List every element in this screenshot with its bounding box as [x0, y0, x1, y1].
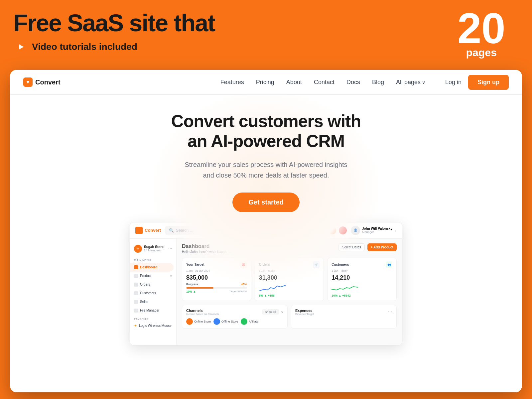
hero-content: Convert customers with an AI-powered CRM…: [171, 111, 361, 212]
store-members: 24 Members: [144, 249, 164, 252]
stat-customers-icon: 👥: [386, 261, 392, 268]
channel-items: Online Store Offline Store Affiliate: [186, 318, 283, 325]
add-product-button[interactable]: + Add Product: [367, 243, 397, 251]
pages-badge: 20 pages: [457, 7, 505, 59]
nav-contact[interactable]: Contact: [314, 79, 334, 86]
store-more-icon[interactable]: ⋯: [168, 246, 172, 251]
login-button[interactable]: Log in: [445, 79, 462, 86]
sidebar-item-customers[interactable]: Customers: [130, 289, 176, 298]
stat-progress-bar-container: [186, 287, 247, 289]
customers-sparkline: [332, 283, 358, 293]
dash-logo-text: Convert: [145, 228, 161, 233]
nav-actions: Log in Sign up: [445, 75, 509, 90]
affiliate-label: Affiliate: [249, 320, 258, 323]
nav-about[interactable]: About: [286, 79, 302, 86]
stat-customers-date: 1 Jan - Today: [332, 269, 392, 272]
stat-customers-value: 14,210: [332, 274, 392, 281]
channels-sub: Income Based on Channels: [186, 313, 219, 316]
star-icon: ★: [134, 324, 137, 328]
stat-customers-change: 10% ▲ +5142: [332, 294, 350, 297]
channel-affiliate: Affiliate: [241, 318, 258, 325]
sidebar-item-dashboard[interactable]: Dashboard: [130, 263, 174, 272]
expenses-card: Expenses Revenue Target ⋯: [291, 305, 397, 329]
stat-progress-fill: [186, 287, 213, 289]
channels-card: Channels Income Based on Channels Show A…: [182, 305, 288, 329]
dashboard-icon: [134, 265, 138, 269]
online-store-dot: [186, 318, 193, 325]
banner-headline-accent: Converts: [221, 10, 319, 36]
pages-number: 20: [457, 7, 505, 50]
product-chevron-icon: ∨: [170, 274, 172, 278]
stat-orders-change: 5% ▲ +156: [259, 294, 275, 297]
hero-title-line1: Convert customers with: [171, 111, 361, 131]
dash-logo-icon: [135, 227, 143, 234]
customers-icon: [134, 291, 138, 295]
user-chevron-icon: ∨: [394, 228, 397, 232]
dash-store: S Sugab Store 24 Members ⋯: [130, 242, 176, 255]
nav-docs[interactable]: Docs: [346, 79, 360, 86]
get-started-button[interactable]: Get started: [232, 193, 300, 212]
banner-subtitle-text: Video tutorials included: [32, 42, 137, 52]
dash-logo: Convert: [135, 227, 161, 234]
youtube-icon: [13, 42, 28, 52]
sidebar-item-file-manager[interactable]: File Manager: [130, 306, 176, 315]
product-icon: [134, 274, 138, 278]
stat-target-change: 10% ▲: [186, 290, 196, 293]
logo-icon: ▼: [23, 77, 33, 87]
sidebar-item-orders[interactable]: Orders: [130, 280, 176, 289]
orders-icon: [134, 283, 138, 287]
affiliate-dot: [241, 318, 247, 325]
signup-button[interactable]: Sign up: [468, 75, 509, 90]
expenses-more-icon[interactable]: ⋯: [388, 309, 392, 315]
banner-subtitle: Video tutorials included: [13, 42, 319, 52]
menu-label: MAIN MENU: [130, 257, 176, 263]
store-avatar: S: [134, 245, 142, 253]
expenses-title: Expenses: [295, 309, 314, 313]
offline-store-label: Offline Store: [221, 320, 238, 323]
banner-headline-prefix: Free SaaS site that: [13, 10, 221, 36]
bottom-grid: Channels Income Based on Channels Show A…: [182, 305, 397, 329]
channels-dropdown-icon: ∨: [281, 310, 283, 314]
banner-content: Free SaaS site that Converts Video tutor…: [13, 10, 319, 52]
top-banner: Free SaaS site that Converts Video tutor…: [0, 0, 532, 71]
favorite-item-label: Logic Wireless Mouse: [139, 324, 172, 328]
hero-title-line2: an AI-powered CRM: [188, 131, 344, 151]
nav-all-pages[interactable]: All pages: [396, 79, 425, 86]
nav-links: Features Pricing About Contact Docs Blog…: [220, 79, 425, 86]
stat-progress-label: Progress: [186, 283, 198, 286]
nav-blog[interactable]: Blog: [372, 79, 384, 86]
hero-section: Convert customers with an AI-powered CRM…: [10, 95, 522, 355]
stat-target-goal: Target $75,000: [229, 290, 247, 293]
banner-headline: Free SaaS site that Converts: [13, 10, 319, 36]
nav-logo: ▼ Convert: [23, 77, 61, 87]
hero-title: Convert customers with an AI-powered CRM: [171, 111, 361, 151]
nav-pricing[interactable]: Pricing: [256, 79, 274, 86]
file-manager-icon: [134, 309, 138, 313]
favorite-label: FAVORITE: [130, 315, 176, 322]
nav-features[interactable]: Features: [220, 79, 244, 86]
sidebar-item-seller[interactable]: Seller: [130, 298, 176, 306]
expenses-sub: Revenue Target: [295, 313, 314, 316]
sidebar-item-product[interactable]: Product ∨: [130, 272, 176, 280]
seller-icon: [134, 300, 138, 304]
show-all-button[interactable]: Show All: [262, 309, 279, 315]
logo-text: Convert: [35, 78, 61, 86]
offline-store-dot: [213, 318, 220, 325]
channel-online: Online Store: [186, 318, 211, 325]
website-card: ▼ Convert Features Pricing About Contact…: [10, 70, 522, 392]
online-store-label: Online Store: [194, 320, 211, 323]
channels-title: Channels: [186, 309, 219, 313]
dash-sidebar: S Sugab Store 24 Members ⋯ MAIN MENU Das…: [130, 239, 177, 345]
hero-subtitle: Streamline your sales process with AI-po…: [183, 159, 349, 181]
favorite-item-1[interactable]: ★ Logic Wireless Mouse: [130, 322, 176, 330]
channel-offline: Offline Store: [213, 318, 238, 325]
store-name: Sugab Store: [144, 245, 164, 249]
